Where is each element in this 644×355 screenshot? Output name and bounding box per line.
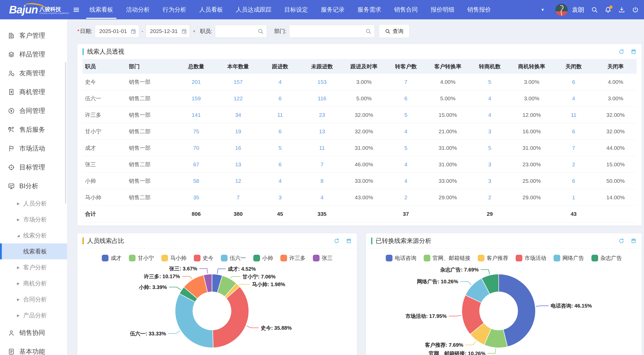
table-cell[interactable]: 13 — [217, 156, 259, 173]
table-cell[interactable]: 2 — [385, 189, 427, 206]
table-cell[interactable]: 1 — [553, 189, 595, 206]
staff-search-input[interactable] — [219, 28, 255, 35]
nav-tab[interactable]: 目标设定 — [278, 0, 314, 19]
sidebar-item[interactable]: 合同管理 — [0, 101, 67, 120]
hamburger-icon[interactable] — [73, 6, 80, 13]
table-cell[interactable]: 6 — [259, 156, 301, 173]
pie-slice[interactable] — [213, 287, 249, 348]
table-cell[interactable]: 6 — [259, 90, 301, 107]
table-cell[interactable]: 7 — [301, 156, 343, 173]
table-cell[interactable]: 6 — [553, 74, 595, 90]
table-cell[interactable]: 11 — [259, 107, 301, 123]
table-cell[interactable]: 5 — [385, 107, 427, 123]
refresh-icon[interactable] — [618, 238, 624, 244]
sidebar-subitem[interactable]: ▶市场分析 — [0, 211, 67, 227]
legend-item[interactable]: 官网、邮箱链接 — [424, 254, 471, 262]
sidebar-item[interactable]: 客户管理 — [0, 26, 67, 45]
sidebar-subitem[interactable]: ◢线索分析 — [0, 227, 67, 243]
table-cell[interactable]: 2 — [553, 156, 595, 173]
nav-tab[interactable]: 服务需求 — [351, 0, 388, 19]
sidebar-item-clipped[interactable]: 线索管理 — [0, 19, 67, 26]
magnifier-icon[interactable] — [257, 28, 264, 34]
legend-item[interactable]: 伍六一 — [221, 254, 246, 262]
sidebar-item[interactable]: BI分析 — [0, 177, 67, 195]
nav-tab[interactable]: 行为分析 — [156, 0, 193, 19]
sidebar-subitem[interactable]: ▶商机分析 — [0, 275, 67, 291]
nav-tab[interactable]: 服务记录 — [314, 0, 351, 19]
table-cell[interactable]: 7 — [217, 189, 259, 206]
sidebar-item[interactable]: 样品管理 — [0, 45, 67, 64]
sidebar-item[interactable]: 目标管理 — [0, 158, 67, 177]
table-cell[interactable]: 157 — [217, 74, 259, 90]
legend-item[interactable]: 杂志广告 — [591, 254, 622, 262]
bell-icon[interactable] — [605, 6, 612, 13]
table-cell[interactable]: 16 — [217, 140, 259, 156]
legend-item[interactable]: 电话咨询 — [386, 254, 416, 262]
table-cell[interactable]: 2 — [469, 189, 511, 206]
legend-item[interactable]: 马小帅 — [161, 254, 187, 262]
table-cell[interactable]: 159 — [175, 90, 217, 107]
table-cell[interactable]: 5 — [469, 74, 511, 90]
table-cell[interactable]: 201 — [175, 74, 217, 90]
table-cell[interactable]: 4 — [469, 107, 511, 123]
nav-tab[interactable]: 人员达成跟踪 — [229, 0, 278, 19]
table-cell[interactable]: 4 — [259, 173, 301, 189]
avatar[interactable] — [555, 4, 568, 16]
table-cell[interactable]: 5 — [385, 140, 427, 156]
nav-tab[interactable]: 线索看板 — [83, 0, 120, 19]
magnifier-icon[interactable] — [365, 28, 371, 34]
table-cell[interactable]: 70 — [175, 140, 217, 156]
table-cell[interactable]: 5 — [259, 140, 301, 156]
date-from-input[interactable]: 2025-01-01 — [95, 25, 139, 38]
legend-item[interactable]: 许三多 — [280, 254, 306, 262]
table-cell[interactable]: 4 — [301, 189, 343, 206]
table-cell[interactable]: 6 — [385, 90, 427, 107]
sidebar-subitem[interactable]: ▶产品分析 — [0, 307, 67, 323]
sidebar-subitem[interactable]: ▶合同分析 — [0, 291, 67, 307]
caret-down-icon[interactable]: ▼ — [541, 7, 545, 12]
table-cell[interactable]: 67 — [175, 156, 217, 173]
table-cell[interactable]: 35 — [175, 189, 217, 206]
table-cell[interactable]: 19 — [217, 123, 259, 140]
table-cell[interactable]: 6 — [553, 173, 595, 189]
search-icon[interactable] — [591, 6, 598, 13]
table-cell[interactable]: 3 — [469, 123, 511, 140]
table-cell[interactable]: 7 — [385, 74, 427, 90]
date-to-input[interactable]: 2025-12-31 — [146, 25, 190, 38]
table-cell[interactable]: 6 — [259, 123, 301, 140]
table-cell[interactable]: 4 — [385, 173, 427, 189]
table-cell[interactable]: 3 — [469, 173, 511, 189]
table-cell[interactable]: 153 — [301, 74, 343, 90]
refresh-icon[interactable] — [334, 238, 340, 244]
sidebar-item[interactable]: 销售协同 — [0, 323, 67, 342]
nav-tab[interactable]: 报价明细 — [424, 0, 461, 19]
table-cell[interactable]: 5 — [469, 140, 511, 156]
table-cell[interactable]: 3 — [469, 156, 511, 173]
sidebar-item[interactable]: 市场活动 — [0, 139, 67, 158]
sidebar-item[interactable]: 基本功能 — [0, 342, 67, 355]
table-cell[interactable]: 4 — [469, 90, 511, 107]
legend-item[interactable]: 小帅 — [253, 254, 273, 262]
legend-item[interactable]: 客户推荐 — [478, 254, 508, 262]
table-cell[interactable]: 23 — [301, 107, 343, 123]
download-icon[interactable] — [618, 6, 625, 13]
table-cell[interactable]: 4 — [553, 90, 595, 107]
table-cell[interactable]: 3 — [259, 189, 301, 206]
sidebar-item[interactable]: 商机管理 — [0, 82, 67, 101]
table-cell[interactable]: 34 — [217, 107, 259, 123]
dept-search-input[interactable] — [293, 28, 363, 35]
window-icon[interactable] — [346, 238, 352, 244]
table-cell[interactable]: 7 — [553, 140, 595, 156]
legend-item[interactable]: 成才 — [102, 254, 122, 262]
nav-tab[interactable]: 销售报价 — [461, 0, 497, 19]
table-cell[interactable]: 4 — [385, 156, 427, 173]
sidebar-subitem[interactable]: 线索看板 — [0, 243, 67, 259]
nav-tab[interactable]: 销售合同 — [388, 0, 424, 19]
user-name[interactable]: 袁朗 — [572, 6, 584, 14]
legend-item[interactable]: 网络广告 — [554, 254, 584, 262]
legend-item[interactable]: 市场活动 — [516, 254, 546, 262]
window-icon[interactable] — [631, 238, 637, 244]
table-cell[interactable]: 6 — [553, 123, 595, 140]
nav-tab[interactable]: 活动分析 — [120, 0, 156, 19]
query-button[interactable]: 查询 — [379, 24, 409, 38]
